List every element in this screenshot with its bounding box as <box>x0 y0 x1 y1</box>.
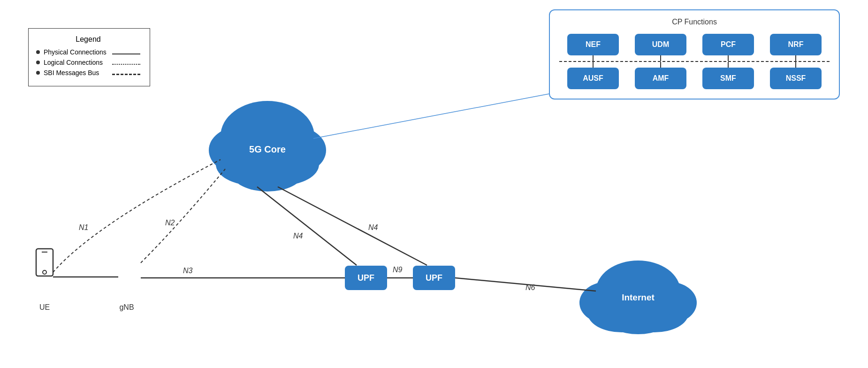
n9-label: N9 <box>393 266 403 274</box>
upf1-box: UPF <box>345 266 387 290</box>
core-to-cp-line <box>313 94 549 138</box>
legend-line-sbi <box>112 69 140 77</box>
n4-right-line <box>278 187 427 265</box>
svg-point-20 <box>588 295 655 332</box>
pcf-box: PCF <box>702 34 754 55</box>
nrf-box: NRF <box>770 34 822 55</box>
n2-label: N2 <box>165 219 175 227</box>
legend-title: Legend <box>36 35 140 44</box>
legend-item-logical: Logical Connections <box>36 59 140 66</box>
cp-functions-box: CP Functions NEF UDM PCF NRF AUSF AMF SM… <box>549 9 840 100</box>
legend-bullet-logical <box>36 61 40 64</box>
legend-box: Legend Physical Connections Logical Conn… <box>28 28 150 86</box>
upf2-box: UPF <box>413 266 455 290</box>
nssf-box: NSSF <box>770 68 822 89</box>
cp-top-row: NEF UDM PCF NRF <box>559 34 830 55</box>
legend-label-sbi: SBI Messages Bus <box>44 69 108 77</box>
svg-point-11 <box>209 127 270 174</box>
svg-point-2 <box>43 270 46 274</box>
5g-core-cloud: 5G Core <box>209 101 326 192</box>
cp-bottom-row: AUSF AMF SMF NSSF <box>559 68 830 89</box>
n1-logical-line <box>53 160 221 272</box>
n4-left-label: N4 <box>293 232 303 240</box>
svg-point-21 <box>621 295 688 332</box>
svg-point-18 <box>579 282 636 324</box>
svg-point-17 <box>596 261 680 322</box>
cp-functions-title: CP Functions <box>559 18 830 26</box>
ue-device <box>36 249 53 276</box>
svg-point-19 <box>640 282 697 324</box>
svg-text:Internet: Internet <box>622 292 655 302</box>
svg-rect-0 <box>36 249 53 276</box>
legend-item-sbi: SBI Messages Bus <box>36 69 140 77</box>
ausf-box: AUSF <box>567 68 619 89</box>
n1-label: N1 <box>79 223 88 231</box>
legend-item-physical: Physical Connections <box>36 48 140 56</box>
svg-text:5G Core: 5G Core <box>249 144 286 154</box>
n6-label: N6 <box>525 284 535 291</box>
svg-point-10 <box>221 101 314 171</box>
legend-line-logical <box>112 59 140 66</box>
svg-point-15 <box>232 156 303 192</box>
legend-bullet-sbi <box>36 71 40 75</box>
ue-label: UE <box>39 303 50 311</box>
nef-box: NEF <box>567 34 619 55</box>
n3-label: N3 <box>183 267 193 275</box>
legend-line-physical <box>112 48 140 56</box>
smf-box: SMF <box>702 68 754 89</box>
svg-point-22 <box>606 302 670 334</box>
legend-label-logical: Logical Connections <box>44 59 108 66</box>
n2-logical-line <box>141 169 225 263</box>
svg-point-12 <box>265 127 326 174</box>
amf-box: AMF <box>635 68 686 89</box>
svg-point-13 <box>216 143 291 185</box>
internet-cloud: Internet <box>579 261 697 334</box>
legend-label-physical: Physical Connections <box>44 48 108 56</box>
udm-box: UDM <box>635 34 686 55</box>
svg-point-14 <box>244 143 319 185</box>
gnb-label: gNB <box>119 303 134 311</box>
n4-right-label: N4 <box>368 223 378 231</box>
n4-left-line <box>257 187 357 265</box>
cp-sbi-bus <box>559 61 830 62</box>
legend-bullet-physical <box>36 50 40 54</box>
n6-physical-line <box>455 278 596 291</box>
